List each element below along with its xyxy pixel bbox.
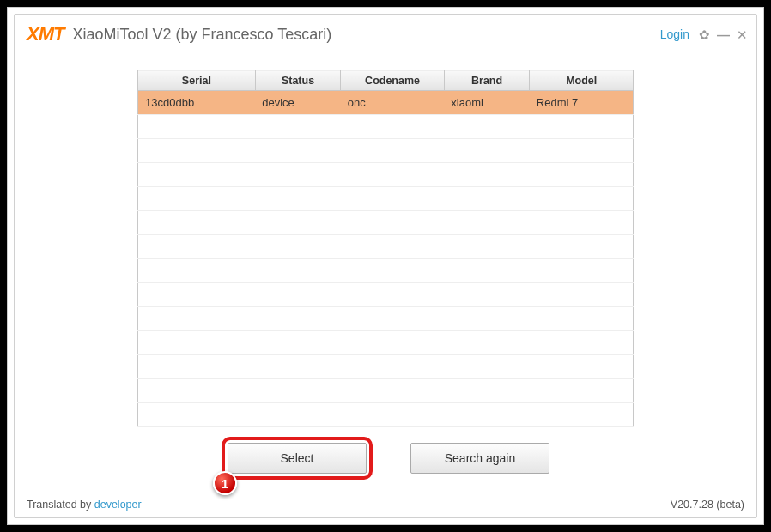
table-row[interactable]: [138, 355, 634, 379]
table-row[interactable]: [138, 259, 634, 283]
col-status: Status: [255, 70, 341, 91]
table-header-row: Serial Status Codename Brand Model: [138, 70, 634, 91]
table-row[interactable]: [138, 211, 634, 235]
table-row[interactable]: [138, 235, 634, 259]
select-highlight: Select 1: [222, 437, 373, 480]
cell-codename: onc: [341, 91, 445, 115]
table-row[interactable]: [138, 331, 634, 355]
col-model: Model: [530, 70, 634, 91]
table-row[interactable]: [138, 139, 634, 163]
search-again-button[interactable]: Search again: [410, 443, 549, 474]
callout-badge: 1: [213, 471, 237, 495]
cell-model: Redmi 7: [530, 91, 634, 115]
table-row[interactable]: [138, 307, 634, 331]
settings-icon[interactable]: ✿: [698, 28, 710, 41]
col-serial: Serial: [138, 70, 256, 91]
titlebar: XMT XiaoMiTool V2 (by Francesco Tescari)…: [15, 15, 756, 54]
minimize-icon[interactable]: —: [717, 28, 729, 41]
app-title: XiaoMiTool V2 (by Francesco Tescari): [72, 26, 331, 44]
col-brand: Brand: [444, 70, 530, 91]
table-row[interactable]: 13cd0dbbdeviceoncxiaomiRedmi 7: [138, 91, 634, 115]
cell-brand: xiaomi: [444, 91, 530, 115]
app-logo: XMT: [27, 23, 64, 45]
col-codename: Codename: [341, 70, 445, 91]
table-row[interactable]: [138, 187, 634, 211]
version-label: V20.7.28 (beta): [671, 499, 744, 511]
table-row[interactable]: [138, 379, 634, 403]
login-link[interactable]: Login: [660, 27, 689, 41]
cell-status: device: [255, 91, 341, 115]
device-table: Serial Status Codename Brand Model 13cd0…: [137, 70, 634, 427]
table-row[interactable]: [138, 403, 634, 427]
developer-link[interactable]: developer: [94, 499, 142, 511]
cell-serial: 13cd0dbb: [138, 91, 256, 115]
table-row[interactable]: [138, 115, 634, 139]
select-button[interactable]: Select: [228, 443, 367, 474]
translated-by: Translated by developer: [27, 499, 142, 511]
close-icon[interactable]: ✕: [736, 28, 748, 41]
table-row[interactable]: [138, 283, 634, 307]
table-row[interactable]: [138, 163, 634, 187]
